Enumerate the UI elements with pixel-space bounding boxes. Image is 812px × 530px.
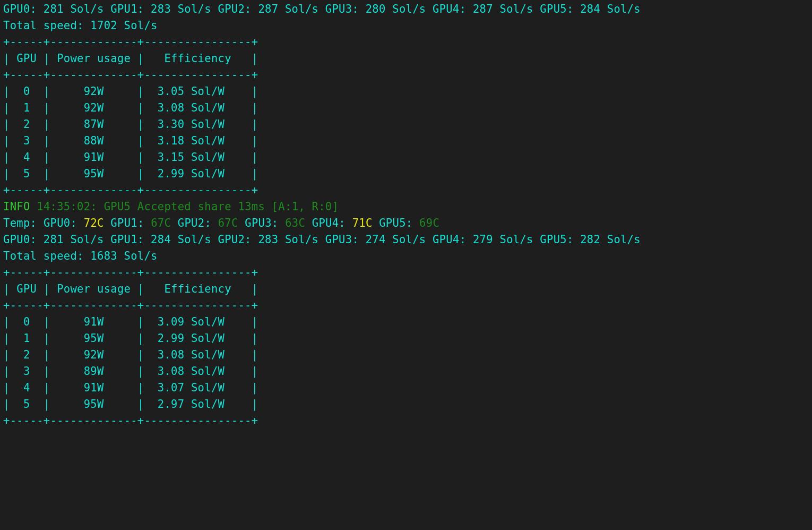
terminal-output: GPU0: 281 Sol/s GPU1: 283 Sol/s GPU2: 28… (0, 0, 812, 430)
